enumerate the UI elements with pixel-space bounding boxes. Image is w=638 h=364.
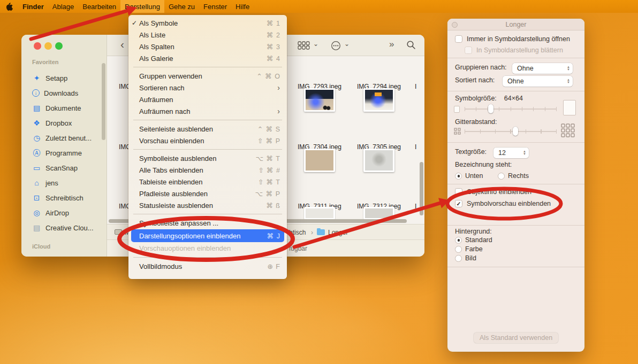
sidebar-item-setapp[interactable]: ✦Setapp [32, 72, 102, 84]
path-chevron: › [311, 229, 313, 236]
thumbnail-partial[interactable] [304, 207, 335, 220]
checkbox-icon-preview[interactable]: ✓Symbolvorschau einblenden [455, 200, 551, 207]
group-by-select[interactable]: Ohne▲▼ [512, 63, 573, 74]
menu-item-statusleiste-ausblenden[interactable]: Statusleiste ausblenden⌘ ß [128, 199, 287, 211]
radio-icon [455, 246, 462, 253]
thumbnail-img-7304[interactable] [304, 88, 335, 112]
folder-icon: ▭ [32, 164, 41, 172]
menubar-item-ablage[interactable]: Ablage [48, 0, 78, 13]
sidebar-item-creative-cloud[interactable]: ▤Creative Clou... [32, 222, 102, 234]
folder-icon [317, 229, 325, 235]
desktop-icon: ⊡ [32, 193, 41, 202]
back-button[interactable]: ‹ [120, 38, 124, 51]
label-position-label: Bezeichnung steht: [455, 161, 512, 168]
icon-size-label: Symbolgröße:64×64 [455, 95, 523, 102]
menu-item-aufraeumen-nach[interactable]: Aufräumen nach› [128, 105, 287, 117]
slider-thumb[interactable] [513, 127, 518, 136]
toolbar-overflow-icon[interactable]: » [389, 39, 394, 50]
radio-icon [455, 173, 462, 180]
thumbnail-img-7311[interactable] [304, 149, 335, 172]
checkbox-item-info[interactable]: Objektinfo einblenden [455, 188, 531, 196]
checkbox-browse: In Symboldarstellung blättern [465, 47, 563, 54]
radio-rechts[interactable]: Rechts [498, 172, 529, 180]
path-item-clipped[interactable]: btisch [289, 229, 306, 236]
path-item-current[interactable]: Longer [328, 229, 348, 236]
thumbnail-partial[interactable] [363, 207, 394, 220]
menu-item-darstellungsoptionen-einblenden[interactable]: Darstellungsoptionen einblenden⌘ J [131, 229, 284, 242]
grid-view-icon[interactable] [298, 41, 310, 52]
menu-item-symbolleiste-ausblenden[interactable]: Symbolleiste ausblenden⌥ ⌘ T [128, 152, 287, 164]
sidebar-item-label: Creative Clou... [45, 224, 94, 232]
menubar-item-finder[interactable]: Finder [18, 0, 48, 13]
menu-item-pfadleiste-ausblenden[interactable]: Pfadleiste ausblenden⌥ ⌘ P [128, 188, 287, 199]
sidebar-item-schreibtisch[interactable]: ⊡Schreibtisch [32, 192, 102, 204]
panel-close-button[interactable] [452, 22, 458, 28]
sidebar-item-label: AirDrop [45, 209, 69, 217]
menu-item-als-spalten[interactable]: Als Spalten⌘ 3 [128, 41, 287, 52]
checkbox-always-open[interactable]: Immer in Symboldarstellung öffnen [455, 35, 570, 43]
menubar-item-bearbeiten[interactable]: Bearbeiten [78, 0, 120, 13]
sidebar-item-downloads[interactable]: ↓Downloads [32, 87, 102, 99]
text-size-select[interactable]: 12▲▼ [493, 148, 529, 158]
slider-thumb[interactable] [488, 104, 493, 113]
menubar-item-gehe-zu[interactable]: Gehe zu [164, 0, 199, 13]
radio-icon [455, 237, 462, 244]
thumbnail-img-7312[interactable] [363, 149, 394, 172]
file-label-clipped: I [415, 143, 416, 151]
zoom-button[interactable] [55, 42, 63, 50]
view-menu: ✓Als Symbole⌘ 1 Als Liste⌘ 2 Als Spalten… [128, 15, 287, 279]
sidebar-item-scansnap[interactable]: ▭ScanSnap [32, 162, 102, 174]
sidebar-item-airdrop[interactable]: ◎AirDrop [32, 207, 102, 219]
menubar-item-fenster[interactable]: Fenster [199, 0, 231, 13]
grid-spacing-slider[interactable] [465, 127, 557, 136]
more-actions-icon[interactable] [331, 41, 341, 53]
search-icon[interactable] [406, 40, 416, 52]
sidebar-item-zuletzt-benutzt[interactable]: ◷Zuletzt benut... [32, 132, 102, 144]
file-label-clipped: I [415, 203, 416, 210]
sidebar-item-jens[interactable]: ⌂jens [32, 177, 102, 189]
stepper-icon: ▲▼ [567, 66, 570, 71]
menu-item-alle-tabs-einblenden[interactable]: Alle Tabs einblenden⇧ ⌘ # [128, 164, 287, 176]
menu-item-vollbildmodus[interactable]: Vollbildmodus⊕ F [128, 260, 287, 273]
group-by-label: Gruppieren nach: [455, 64, 507, 71]
menu-item-aufraeumen[interactable]: Aufräumen [128, 94, 287, 105]
sort-by-select[interactable]: Ohne▲▼ [503, 76, 573, 87]
radio-farbe[interactable]: Farbe [455, 245, 483, 253]
radio-unten[interactable]: Unten [455, 172, 483, 180]
chevron-down-icon[interactable]: ⌄ [344, 40, 350, 48]
thumbnail-img-7305[interactable] [363, 88, 394, 112]
apple-icon[interactable] [0, 3, 18, 11]
clock-icon: ◷ [32, 134, 41, 142]
close-button[interactable] [34, 42, 41, 50]
chevron-down-icon[interactable]: ⌄ [313, 40, 318, 48]
menubar-item-darstellung[interactable]: Darstellung [120, 0, 164, 13]
use-as-default-button[interactable]: Als Standard verwenden [474, 332, 558, 343]
menu-item-als-liste[interactable]: Als Liste⌘ 2 [128, 29, 287, 41]
menu-item-vorschau-einblenden[interactable]: Vorschau einblenden⇧ ⌘ P [128, 135, 287, 146]
menu-item-tableiste-einblenden[interactable]: Tableiste einblenden⇧ ⌘ T [128, 176, 287, 188]
minimize-button[interactable] [44, 42, 52, 50]
menu-item-gruppen-verwenden[interactable]: Gruppen verwenden⌃ ⌘ O [128, 70, 287, 82]
sidebar-scrollbar[interactable] [102, 63, 105, 140]
menu-item-seitenleiste-ausblenden[interactable]: Seitenleiste ausblenden⌃ ⌘ S [128, 123, 287, 135]
menu-item-als-symbole[interactable]: ✓Als Symbole⌘ 1 [128, 17, 287, 29]
radio-standard[interactable]: Standard [455, 236, 492, 244]
menubar-item-hilfe[interactable]: Hilfe [231, 0, 254, 13]
menu-item-als-galerie[interactable]: Als Galerie⌘ 4 [128, 52, 287, 64]
sidebar-item-programme[interactable]: ⒶProgramme [32, 147, 102, 159]
icon-size-value: 64×64 [504, 95, 523, 102]
airdrop-icon: ◎ [32, 208, 41, 217]
sidebar-item-dropbox[interactable]: ❖Dropbox [32, 117, 102, 129]
large-grid-icon [561, 123, 575, 140]
menu-item-sortieren-nach[interactable]: Sortieren nach› [128, 82, 287, 94]
checkbox-icon [455, 188, 462, 196]
submenu-arrow-icon: › [277, 83, 280, 92]
radio-bild[interactable]: Bild [455, 254, 476, 262]
vertical-scrollbar[interactable] [420, 162, 423, 215]
sidebar-item-dokumente[interactable]: ▤Dokumente [32, 102, 102, 114]
icon-size-slider[interactable] [465, 104, 557, 113]
sidebar-item-label: Downloads [44, 89, 78, 97]
document-icon: ▤ [32, 104, 41, 112]
sidebar-section-icloud: iCloud [32, 243, 50, 250]
menu-item-symbolleiste-anpassen[interactable]: Symbolleiste anpassen ... [128, 217, 287, 229]
